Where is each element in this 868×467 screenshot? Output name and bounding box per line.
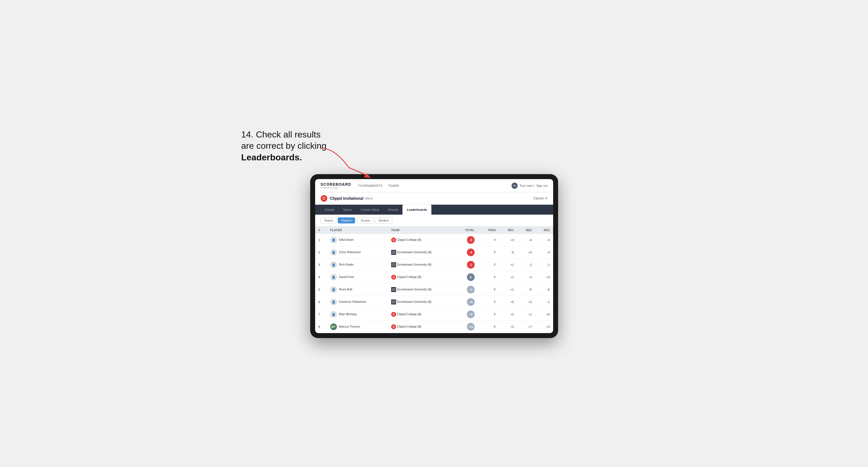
cell-rd3: E — [535, 283, 553, 296]
svg-rect-1 — [392, 251, 396, 252]
cell-rd3: -1 — [535, 259, 553, 271]
cell-rd2: +2 — [517, 296, 535, 308]
filter-teams-button[interactable]: Teams — [321, 217, 337, 223]
svg-rect-7 — [392, 288, 396, 289]
cell-team: Scoreboard University [A] — [388, 296, 455, 308]
table-row[interactable]: 1 👤Elliot Ebert C Clippd College [A] -8 … — [315, 234, 553, 246]
cell-rd1: +1 — [499, 259, 517, 271]
cell-rank: 3 — [315, 259, 327, 271]
cell-rd3: -5 — [535, 234, 553, 246]
score-badge: +11 — [467, 323, 475, 331]
cell-total: -2 — [455, 259, 478, 271]
team-logo-clippd: C — [391, 312, 396, 317]
cell-rank: 5 — [315, 283, 327, 296]
cell-rank: 4 — [315, 271, 327, 283]
table-row[interactable]: 4 👤David Ford C Clippd College [A] E F +… — [315, 271, 553, 283]
tablet-screen: SCOREBOARD Powered by clippd TOURNAMENTS… — [315, 179, 553, 333]
cell-rd2: +7 — [517, 321, 535, 333]
svg-rect-2 — [392, 252, 396, 253]
score-badge: +1 — [467, 286, 475, 293]
cell-team: Scoreboard University [A] — [388, 283, 455, 296]
col-rank: # — [315, 226, 327, 234]
table-row[interactable]: 7 👤Blair McHarg C Clippd College [A] +9 … — [315, 308, 553, 321]
cell-rd1: +1 — [499, 283, 517, 296]
tab-course-setup[interactable]: Course Setup — [356, 205, 384, 215]
tab-leaderboards[interactable]: Leaderboards — [402, 205, 431, 215]
sign-out-link[interactable]: Sign out — [536, 184, 547, 187]
cell-total: +9 — [455, 308, 478, 321]
cell-player: 👤Chris Robertson — [327, 246, 388, 259]
tab-results[interactable]: Results — [384, 205, 403, 215]
cell-rd1: +3 — [499, 234, 517, 246]
table-row[interactable]: 5 👤Rees Britt Scoreboard University [A] … — [315, 283, 553, 296]
cell-total: +6 — [455, 296, 478, 308]
cell-rd1: +1 — [499, 271, 517, 283]
cell-total: +1 — [455, 283, 478, 296]
cell-rd3: -1 — [535, 296, 553, 308]
cancel-button[interactable]: Cancel ✕ — [533, 196, 547, 200]
cell-thru: F — [478, 308, 499, 321]
cell-rank: 6 — [315, 296, 327, 308]
tab-details[interactable]: Details — [321, 205, 339, 215]
cell-total: +11 — [455, 321, 478, 333]
cell-player: 👤Cameron Robertson — [327, 296, 388, 308]
svg-rect-3 — [392, 253, 396, 254]
cell-thru: F — [478, 259, 499, 271]
team-logo-scoreboard — [391, 262, 396, 267]
cell-rd3: +6 — [535, 308, 553, 321]
cell-rd3: +2 — [535, 321, 553, 333]
instruction-block: 14. Check all results are correct by cli… — [241, 129, 627, 163]
svg-rect-12 — [392, 303, 396, 303]
cell-total: -4 — [455, 246, 478, 259]
table-row[interactable]: 3 👤Rich Butler Scoreboard University [A]… — [315, 259, 553, 271]
tournament-name: Clippd Invitational — [330, 196, 363, 200]
leaderboard-table: # PLAYER TEAM TOTAL THRU RD1 RD2 RD3 1 👤… — [315, 226, 553, 333]
cell-team: Scoreboard University [A] — [388, 259, 455, 271]
cell-team: Scoreboard University [A] — [388, 246, 455, 259]
cell-rank: 7 — [315, 308, 327, 321]
cell-thru: F — [478, 271, 499, 283]
col-thru: THRU — [478, 226, 499, 234]
nav-teams[interactable]: TEAMS — [388, 184, 399, 187]
cell-rd2: -4 — [517, 271, 535, 283]
tab-teams[interactable]: Teams — [339, 205, 356, 215]
tournament-header: C Clippd Invitational (Men) Cancel ✕ — [315, 192, 553, 205]
score-badge: +6 — [467, 298, 475, 306]
cell-rank: 8 — [315, 321, 327, 333]
cell-total: -8 — [455, 234, 478, 246]
score-badge: -2 — [467, 261, 475, 269]
score-badge: -8 — [467, 236, 475, 244]
cell-team: C Clippd College [A] — [388, 308, 455, 321]
cell-thru: F — [478, 234, 499, 246]
score-badge: +9 — [467, 311, 475, 318]
team-logo-scoreboard — [391, 287, 396, 292]
player-avatar: 👤 — [330, 237, 337, 243]
logo-subtitle: Powered by clippd — [321, 187, 351, 189]
svg-rect-6 — [392, 266, 396, 266]
table-row[interactable]: 8 MTMarcus Turners C Clippd College [A] … — [315, 321, 553, 333]
svg-rect-11 — [392, 302, 396, 302]
page-wrapper: 14. Check all results are correct by cli… — [241, 129, 627, 338]
filter-scores-button[interactable]: Scores — [357, 217, 374, 223]
filter-players-button[interactable]: Players — [338, 217, 355, 223]
col-rd1: RD1 — [499, 226, 517, 234]
filter-strokes-button[interactable]: Strokes — [375, 217, 392, 223]
table-row[interactable]: 6 👤Cameron Robertson Scoreboard Universi… — [315, 296, 553, 308]
table-row[interactable]: 2 👤Chris Robertson Scoreboard University… — [315, 246, 553, 259]
cell-player: 👤Rich Butler — [327, 259, 388, 271]
svg-rect-5 — [392, 264, 396, 265]
table-header-row: # PLAYER TEAM TOTAL THRU RD1 RD2 RD3 — [315, 226, 553, 234]
user-name: Test User | — [520, 184, 534, 187]
svg-rect-10 — [392, 301, 396, 301]
team-logo-scoreboard — [391, 250, 396, 255]
player-avatar: 👤 — [330, 311, 337, 318]
nav-tournaments[interactable]: TOURNAMENTS — [358, 184, 383, 187]
score-badge: E — [467, 273, 475, 281]
cell-rd2: -2 — [517, 259, 535, 271]
player-avatar: MT — [330, 323, 337, 330]
cell-player: 👤Rees Britt — [327, 283, 388, 296]
col-rd3: RD3 — [535, 226, 553, 234]
nav-bar: SCOREBOARD Powered by clippd TOURNAMENTS… — [315, 179, 553, 192]
cell-thru: F — [478, 246, 499, 259]
cell-thru: F — [478, 321, 499, 333]
